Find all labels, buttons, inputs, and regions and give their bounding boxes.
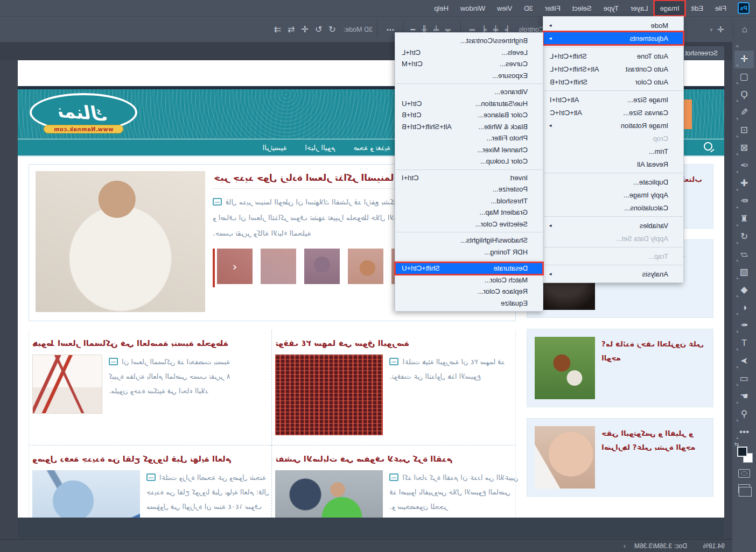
menu-bar-item[interactable]: Image — [654, 0, 685, 16]
eyedropper-tool[interactable]: ✑ — [734, 157, 754, 175]
menu-item[interactable]: Auto Tone Shift+Ctrl+L ► — [543, 49, 683, 62]
color-swatches[interactable]: ⇄ — [734, 442, 754, 464]
clone-stamp-tool[interactable]: ♜ — [734, 210, 754, 228]
move-tool[interactable]: ✛ — [734, 51, 754, 68]
menu-bar-item[interactable]: View — [491, 0, 518, 16]
menu-bar-item[interactable]: Filter — [539, 0, 566, 16]
menu-item[interactable]: Hue/Saturation... Ctrl+U ► — [395, 98, 543, 110]
zoom-tool[interactable]: ⚲ — [734, 406, 754, 423]
menu-item[interactable]: Equalize ► — [395, 298, 543, 309]
carousel-arrow-icon[interactable] — [261, 249, 296, 284]
3d-mode-icon[interactable]: ↺ — [328, 24, 335, 34]
menu-item[interactable]: Desaturate Shift+Ctrl+U ► — [395, 263, 543, 274]
menu-item[interactable]: HDR Toning... ► — [395, 246, 543, 258]
menu-item[interactable]: Reveal All ► — [543, 158, 683, 171]
menu-item[interactable]: Channel Mixer... ► — [395, 144, 543, 156]
zoom-level[interactable]: 94.18% — [692, 542, 732, 550]
menu-item[interactable]: Calculations... ► — [543, 201, 683, 214]
menu-item[interactable]: Variables ► — [543, 219, 683, 232]
move-tool-icon[interactable]: ✛ — [713, 25, 729, 34]
menu-item[interactable]: Selective Color... ► — [395, 218, 543, 230]
frame-tool[interactable]: ⊠ — [734, 139, 754, 157]
menu-item[interactable]: Mode ► — [543, 19, 683, 32]
menu-bar-item[interactable]: Window — [454, 0, 491, 16]
menu-item[interactable]: Apply Image... ► — [543, 188, 683, 201]
menu-item[interactable]: Auto Color Shift+Ctrl+B ► — [543, 75, 683, 88]
menu-bar-item[interactable]: 3D — [518, 0, 539, 16]
marquee-tool[interactable]: ▢ — [734, 68, 754, 86]
menu-item[interactable]: Match Color... ► — [395, 274, 543, 286]
quick-selection-tool[interactable]: ✎ — [734, 104, 754, 122]
quick-mask-button[interactable] — [738, 469, 750, 478]
gradient-tool[interactable]: ▨ — [734, 264, 754, 281]
menu-item[interactable]: Brightness/Contrast... ► — [395, 35, 543, 47]
menu-bar-item[interactable]: Layer — [625, 0, 654, 16]
menu-item[interactable]: Invert Ctrl+I ► — [395, 172, 543, 184]
history-brush-tool[interactable]: ↺ — [734, 228, 754, 246]
lasso-tool[interactable]: Ϙ — [734, 86, 754, 104]
3d-mode-icon[interactable]: ↻ — [315, 24, 322, 34]
collapse-panel-icon[interactable]: » — [732, 42, 756, 51]
menu-item[interactable]: Black & White... Alt+Shift+Ctrl+B ► — [395, 121, 543, 133]
sidebar-card-face[interactable]: حقن البوتوكس و الفيلر و اضرارها ؟على بشر… — [527, 418, 713, 497]
chevron-down-icon[interactable]: ∨ — [710, 27, 713, 32]
menu-item[interactable]: Apply Data Set... ► — [543, 232, 683, 245]
search-icon[interactable] — [704, 142, 712, 151]
nav-item[interactable]: صحة و تغذية — [354, 144, 390, 152]
eraser-tool[interactable]: ▱ — [734, 246, 754, 264]
crop-tool[interactable]: ⊡ — [734, 122, 754, 139]
3d-mode-icon[interactable]: ✛ — [302, 24, 309, 34]
foreground-color-swatch[interactable] — [737, 447, 747, 457]
menu-item[interactable]: Image Rotation ► — [543, 119, 683, 132]
menu-item[interactable]: Duplicate... ► — [543, 175, 683, 188]
menu-bar-item[interactable]: Type — [598, 0, 625, 16]
3d-mode-icon[interactable]: ⇉ — [274, 24, 281, 34]
menu-item[interactable]: Posterize... ► — [395, 183, 543, 195]
screen-mode-button[interactable] — [738, 484, 750, 493]
carousel-thumbnail[interactable] — [261, 249, 296, 284]
hand-tool[interactable]: ☛ — [734, 388, 754, 406]
sidebar-card-snail[interactable]: ؟ما فائدة زحف الحلزون على الوجه — [527, 329, 713, 407]
3d-mode-icon[interactable]: ⇆ — [288, 24, 295, 34]
menu-item[interactable]: Analysis ► — [543, 267, 683, 280]
carousel-arrow-icon[interactable] — [304, 249, 340, 284]
edit-toolbar-button[interactable]: ••• — [734, 423, 754, 441]
menu-item[interactable]: Crop ► — [543, 132, 683, 145]
type-tool[interactable]: T — [734, 335, 754, 352]
menu-item[interactable]: Adjustments ► — [543, 32, 683, 45]
menu-item[interactable]: Photo Filter... ► — [395, 132, 543, 144]
menu-bar-item[interactable]: Edit — [685, 0, 709, 16]
menu-item[interactable]: Threshold... ► — [395, 195, 543, 207]
menu-item[interactable]: Exposure... ► — [395, 70, 543, 82]
article-card-houses[interactable]: هبوط اسعار المساكن في العاصمة بنسبة ملحو… — [29, 330, 272, 445]
status-chevron-icon[interactable]: › — [620, 542, 629, 550]
menu-item[interactable]: Image Size... Alt+Ctrl+I ► — [543, 93, 683, 106]
menu-item[interactable]: Gradient Map... ► — [395, 207, 543, 218]
menu-item[interactable]: Replace Color... ► — [395, 286, 543, 298]
menu-item[interactable]: Trim... ► — [543, 145, 683, 158]
carousel-thumbnail[interactable]: › — [217, 249, 253, 284]
carousel-thumbnail[interactable] — [304, 249, 340, 284]
menu-bar-item[interactable]: Select — [566, 0, 598, 16]
menu-item[interactable]: Curves... Ctrl+M ► — [395, 58, 543, 70]
menu-bar-item[interactable]: Help — [428, 0, 454, 16]
healing-brush-tool[interactable]: ✚ — [734, 175, 754, 193]
article-card-stocks[interactable]: توقف ٢٤ سهما في سوق البورصة اعلنت هيئة ا… — [272, 330, 516, 445]
rectangle-tool[interactable]: ▭ — [734, 370, 754, 388]
menu-item[interactable]: Shadows/Highlights... ► — [395, 235, 543, 246]
menu-item[interactable]: Levels... Ctrl+L ► — [395, 47, 543, 59]
menu-item[interactable]: Color Balance... Ctrl+B ► — [395, 109, 543, 121]
menu-item[interactable]: Canvas Size... Alt+Ctrl+C ► — [543, 106, 683, 119]
menu-bar-item[interactable]: File — [709, 0, 732, 16]
home-icon[interactable]: ⌂ — [738, 24, 752, 35]
carousel-thumbnail[interactable] — [348, 249, 383, 284]
nav-item[interactable]: الرئيسية — [263, 144, 287, 152]
menu-item[interactable]: Color Lookup... ► — [395, 155, 543, 167]
dodge-tool[interactable]: ◐ — [734, 299, 754, 317]
menu-item[interactable]: Vibrance... ► — [395, 86, 543, 98]
carousel-arrow-icon[interactable] — [348, 249, 383, 284]
menu-item[interactable]: Auto Contrast Alt+Shift+Ctrl+L ► — [543, 62, 683, 75]
nav-item[interactable]: اخبار اليوم — [305, 144, 335, 152]
blur-tool[interactable]: ◆ — [734, 281, 754, 299]
more-options-icon[interactable]: ••• — [382, 26, 398, 33]
